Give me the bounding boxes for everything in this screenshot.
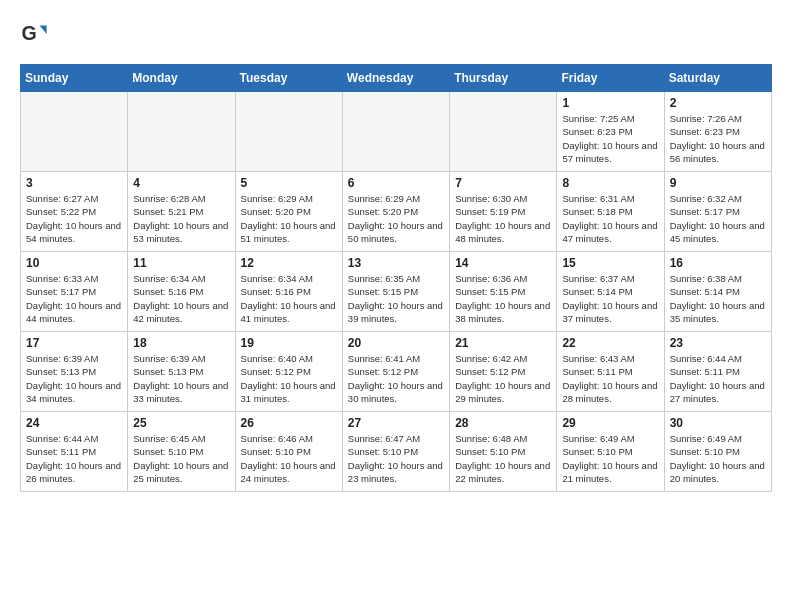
calendar-cell: 6Sunrise: 6:29 AMSunset: 5:20 PMDaylight… [342, 172, 449, 252]
day-info: Sunrise: 6:35 AMSunset: 5:15 PMDaylight:… [348, 272, 444, 325]
day-number: 15 [562, 256, 658, 270]
day-number: 24 [26, 416, 122, 430]
calendar-cell: 10Sunrise: 6:33 AMSunset: 5:17 PMDayligh… [21, 252, 128, 332]
calendar-week-2: 3Sunrise: 6:27 AMSunset: 5:22 PMDaylight… [21, 172, 772, 252]
logo: G [20, 20, 52, 48]
day-info: Sunrise: 6:28 AMSunset: 5:21 PMDaylight:… [133, 192, 229, 245]
day-number: 23 [670, 336, 766, 350]
calendar-cell: 11Sunrise: 6:34 AMSunset: 5:16 PMDayligh… [128, 252, 235, 332]
day-number: 19 [241, 336, 337, 350]
day-info: Sunrise: 6:27 AMSunset: 5:22 PMDaylight:… [26, 192, 122, 245]
calendar-week-5: 24Sunrise: 6:44 AMSunset: 5:11 PMDayligh… [21, 412, 772, 492]
calendar-header-row: SundayMondayTuesdayWednesdayThursdayFrid… [21, 65, 772, 92]
calendar-cell: 5Sunrise: 6:29 AMSunset: 5:20 PMDaylight… [235, 172, 342, 252]
calendar-cell: 8Sunrise: 6:31 AMSunset: 5:18 PMDaylight… [557, 172, 664, 252]
day-info: Sunrise: 6:43 AMSunset: 5:11 PMDaylight:… [562, 352, 658, 405]
calendar-table: SundayMondayTuesdayWednesdayThursdayFrid… [20, 64, 772, 492]
calendar-cell: 27Sunrise: 6:47 AMSunset: 5:10 PMDayligh… [342, 412, 449, 492]
day-number: 27 [348, 416, 444, 430]
weekday-header-thursday: Thursday [450, 65, 557, 92]
weekday-header-sunday: Sunday [21, 65, 128, 92]
calendar-cell: 14Sunrise: 6:36 AMSunset: 5:15 PMDayligh… [450, 252, 557, 332]
day-number: 22 [562, 336, 658, 350]
day-info: Sunrise: 6:32 AMSunset: 5:17 PMDaylight:… [670, 192, 766, 245]
day-info: Sunrise: 6:46 AMSunset: 5:10 PMDaylight:… [241, 432, 337, 485]
day-info: Sunrise: 6:36 AMSunset: 5:15 PMDaylight:… [455, 272, 551, 325]
weekday-header-wednesday: Wednesday [342, 65, 449, 92]
calendar-cell: 28Sunrise: 6:48 AMSunset: 5:10 PMDayligh… [450, 412, 557, 492]
day-info: Sunrise: 6:29 AMSunset: 5:20 PMDaylight:… [241, 192, 337, 245]
page-header: G [20, 20, 772, 48]
day-info: Sunrise: 6:31 AMSunset: 5:18 PMDaylight:… [562, 192, 658, 245]
calendar-week-1: 1Sunrise: 7:25 AMSunset: 6:23 PMDaylight… [21, 92, 772, 172]
day-number: 10 [26, 256, 122, 270]
calendar-cell: 18Sunrise: 6:39 AMSunset: 5:13 PMDayligh… [128, 332, 235, 412]
day-info: Sunrise: 7:26 AMSunset: 6:23 PMDaylight:… [670, 112, 766, 165]
calendar-cell: 19Sunrise: 6:40 AMSunset: 5:12 PMDayligh… [235, 332, 342, 412]
day-number: 1 [562, 96, 658, 110]
day-info: Sunrise: 6:33 AMSunset: 5:17 PMDaylight:… [26, 272, 122, 325]
day-number: 29 [562, 416, 658, 430]
day-number: 8 [562, 176, 658, 190]
day-number: 18 [133, 336, 229, 350]
calendar-cell: 20Sunrise: 6:41 AMSunset: 5:12 PMDayligh… [342, 332, 449, 412]
day-number: 12 [241, 256, 337, 270]
day-info: Sunrise: 6:44 AMSunset: 5:11 PMDaylight:… [670, 352, 766, 405]
logo-icon: G [20, 20, 48, 48]
calendar-cell: 12Sunrise: 6:34 AMSunset: 5:16 PMDayligh… [235, 252, 342, 332]
day-number: 9 [670, 176, 766, 190]
calendar-cell: 7Sunrise: 6:30 AMSunset: 5:19 PMDaylight… [450, 172, 557, 252]
day-number: 14 [455, 256, 551, 270]
day-number: 25 [133, 416, 229, 430]
calendar-cell: 22Sunrise: 6:43 AMSunset: 5:11 PMDayligh… [557, 332, 664, 412]
day-info: Sunrise: 6:48 AMSunset: 5:10 PMDaylight:… [455, 432, 551, 485]
calendar-cell: 24Sunrise: 6:44 AMSunset: 5:11 PMDayligh… [21, 412, 128, 492]
day-number: 6 [348, 176, 444, 190]
day-number: 13 [348, 256, 444, 270]
svg-text:G: G [21, 22, 36, 44]
weekday-header-friday: Friday [557, 65, 664, 92]
day-info: Sunrise: 6:39 AMSunset: 5:13 PMDaylight:… [133, 352, 229, 405]
day-info: Sunrise: 6:38 AMSunset: 5:14 PMDaylight:… [670, 272, 766, 325]
calendar-cell [342, 92, 449, 172]
calendar-cell [21, 92, 128, 172]
day-number: 4 [133, 176, 229, 190]
weekday-header-tuesday: Tuesday [235, 65, 342, 92]
calendar-cell [450, 92, 557, 172]
calendar-cell: 1Sunrise: 7:25 AMSunset: 6:23 PMDaylight… [557, 92, 664, 172]
day-info: Sunrise: 6:37 AMSunset: 5:14 PMDaylight:… [562, 272, 658, 325]
day-number: 5 [241, 176, 337, 190]
day-info: Sunrise: 6:29 AMSunset: 5:20 PMDaylight:… [348, 192, 444, 245]
day-number: 16 [670, 256, 766, 270]
calendar-cell: 15Sunrise: 6:37 AMSunset: 5:14 PMDayligh… [557, 252, 664, 332]
day-info: Sunrise: 6:34 AMSunset: 5:16 PMDaylight:… [241, 272, 337, 325]
day-number: 11 [133, 256, 229, 270]
calendar-week-4: 17Sunrise: 6:39 AMSunset: 5:13 PMDayligh… [21, 332, 772, 412]
day-number: 26 [241, 416, 337, 430]
calendar-cell: 25Sunrise: 6:45 AMSunset: 5:10 PMDayligh… [128, 412, 235, 492]
calendar-cell: 21Sunrise: 6:42 AMSunset: 5:12 PMDayligh… [450, 332, 557, 412]
calendar-cell: 9Sunrise: 6:32 AMSunset: 5:17 PMDaylight… [664, 172, 771, 252]
day-info: Sunrise: 6:42 AMSunset: 5:12 PMDaylight:… [455, 352, 551, 405]
calendar-cell [128, 92, 235, 172]
calendar-cell: 26Sunrise: 6:46 AMSunset: 5:10 PMDayligh… [235, 412, 342, 492]
day-info: Sunrise: 6:41 AMSunset: 5:12 PMDaylight:… [348, 352, 444, 405]
day-info: Sunrise: 6:49 AMSunset: 5:10 PMDaylight:… [562, 432, 658, 485]
calendar-cell: 30Sunrise: 6:49 AMSunset: 5:10 PMDayligh… [664, 412, 771, 492]
day-number: 2 [670, 96, 766, 110]
calendar-cell: 23Sunrise: 6:44 AMSunset: 5:11 PMDayligh… [664, 332, 771, 412]
calendar-cell: 29Sunrise: 6:49 AMSunset: 5:10 PMDayligh… [557, 412, 664, 492]
calendar-cell: 16Sunrise: 6:38 AMSunset: 5:14 PMDayligh… [664, 252, 771, 332]
weekday-header-saturday: Saturday [664, 65, 771, 92]
day-info: Sunrise: 6:40 AMSunset: 5:12 PMDaylight:… [241, 352, 337, 405]
calendar-cell: 17Sunrise: 6:39 AMSunset: 5:13 PMDayligh… [21, 332, 128, 412]
day-info: Sunrise: 6:39 AMSunset: 5:13 PMDaylight:… [26, 352, 122, 405]
day-info: Sunrise: 7:25 AMSunset: 6:23 PMDaylight:… [562, 112, 658, 165]
day-number: 20 [348, 336, 444, 350]
weekday-header-monday: Monday [128, 65, 235, 92]
day-info: Sunrise: 6:47 AMSunset: 5:10 PMDaylight:… [348, 432, 444, 485]
day-info: Sunrise: 6:44 AMSunset: 5:11 PMDaylight:… [26, 432, 122, 485]
day-info: Sunrise: 6:45 AMSunset: 5:10 PMDaylight:… [133, 432, 229, 485]
calendar-cell: 3Sunrise: 6:27 AMSunset: 5:22 PMDaylight… [21, 172, 128, 252]
svg-marker-1 [40, 26, 47, 34]
